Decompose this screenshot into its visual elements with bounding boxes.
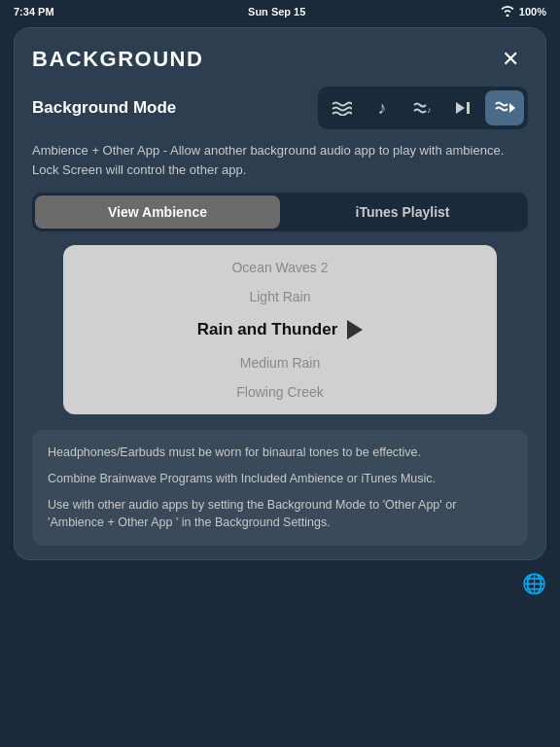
tab-view-ambience[interactable]: View Ambience	[35, 196, 280, 229]
list-item-flowing-creek[interactable]: Flowing Creek	[63, 377, 497, 407]
tab-row: View Ambience iTunes Playlist	[32, 193, 528, 231]
battery-label: 100%	[519, 6, 546, 18]
mode-icon-waves-music[interactable]: ♪	[403, 90, 442, 125]
mode-row: Background Mode ♪ ♪	[15, 87, 545, 139]
ambience-list-picker: Ocean Waves 2 Light Rain Rain and Thunde…	[63, 245, 497, 414]
status-date: Sun Sep 15	[248, 6, 305, 18]
list-item-light-rain[interactable]: Light Rain	[63, 282, 497, 311]
mode-icon-music[interactable]: ♪	[363, 90, 402, 125]
wifi-icon	[500, 5, 515, 18]
info-box: Headphones/Earbuds must be worn for bina…	[32, 430, 528, 546]
info-line-3: Use with other audio apps by setting the…	[48, 496, 512, 533]
status-bar: 7:34 PM Sun Sep 15 100%	[0, 0, 560, 23]
mode-icons-group: ♪ ♪	[318, 87, 528, 129]
svg-text:♪: ♪	[427, 105, 432, 115]
info-line-2: Combine Brainwave Programs with Included…	[48, 470, 512, 488]
mode-label: Background Mode	[32, 98, 176, 118]
description-text: Ambience + Other App - Allow another bac…	[15, 139, 545, 193]
modal-card: BACKGROUND ✕ Background Mode ♪	[14, 27, 546, 560]
close-button[interactable]: ✕	[493, 42, 528, 77]
close-icon: ✕	[502, 47, 519, 72]
modal-header: BACKGROUND ✕	[15, 28, 545, 87]
list-item-medium-rain[interactable]: Medium Rain	[63, 348, 497, 377]
modal-title: BACKGROUND	[32, 47, 203, 72]
info-line-1: Headphones/Earbuds must be worn for bina…	[48, 444, 512, 462]
svg-rect-2	[467, 102, 470, 114]
play-icon	[347, 320, 363, 339]
mode-icon-waves[interactable]	[322, 90, 361, 125]
list-item-ocean-waves[interactable]: Ocean Waves 2	[63, 253, 497, 282]
list-item-rain-thunder[interactable]: Rain and Thunder	[63, 311, 497, 348]
mode-icon-waves-play[interactable]	[485, 90, 524, 125]
music-note-icon: ♪	[378, 98, 387, 119]
bottom-bar: 🌐	[0, 570, 560, 597]
status-right: 100%	[500, 5, 546, 18]
svg-marker-3	[509, 103, 515, 113]
globe-icon: 🌐	[522, 572, 546, 595]
mode-icon-play-forward[interactable]	[444, 90, 483, 125]
status-time: 7:34 PM	[14, 6, 54, 18]
tab-itunes-playlist[interactable]: iTunes Playlist	[280, 196, 525, 229]
svg-marker-1	[456, 102, 465, 114]
